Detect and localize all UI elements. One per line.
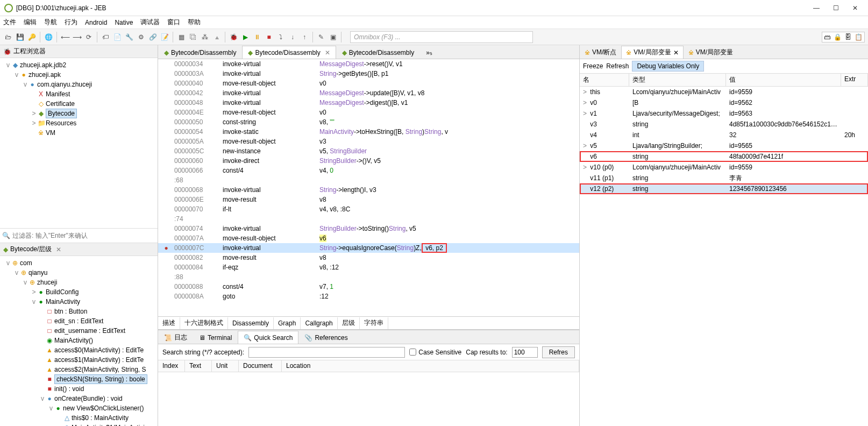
cap-input[interactable] bbox=[512, 347, 538, 358]
db-icon[interactable]: 🗃 bbox=[824, 33, 830, 41]
btab-callgraph[interactable]: Callgraph bbox=[301, 317, 337, 329]
code-line[interactable]: 0000007Amove-result-objectv6 bbox=[158, 233, 579, 243]
col-document[interactable]: Document bbox=[239, 360, 282, 372]
grid-icon[interactable]: ▦ bbox=[176, 32, 186, 42]
link-icon[interactable]: 🔗 bbox=[148, 32, 158, 42]
freeze-link[interactable]: Freeze bbox=[583, 62, 603, 70]
tab-disassembly-2[interactable]: ◆Bytecode/Disassembly✕ bbox=[242, 46, 336, 59]
code-line[interactable]: 00000034invoke-virtualMessageDigest->res… bbox=[158, 59, 579, 69]
box-icon[interactable]: ▣ bbox=[328, 32, 338, 42]
code-line[interactable]: 00000084if-eqzv8, :12 bbox=[158, 262, 579, 272]
tree-node[interactable]: ■init() : void bbox=[1, 384, 156, 394]
tree-node[interactable]: v●new View$OnClickListener() bbox=[1, 403, 156, 413]
tree-node[interactable]: v⊕qianyu bbox=[1, 268, 156, 278]
close-icon[interactable]: ✕ bbox=[325, 49, 330, 56]
tree-node[interactable]: XManifest bbox=[1, 89, 156, 99]
note-icon[interactable]: 📝 bbox=[160, 32, 169, 42]
minimize-button[interactable]: — bbox=[810, 3, 823, 13]
btab-graph[interactable]: Graph bbox=[274, 317, 301, 329]
stop-icon[interactable]: ■ bbox=[264, 32, 274, 42]
tree-node[interactable]: ◉MainActivity$1(MainActivi bbox=[1, 423, 156, 426]
nodes-icon[interactable]: ⁂ bbox=[200, 32, 210, 42]
code-line[interactable]: 0000003Ainvoke-virtualString->getBytes()… bbox=[158, 69, 579, 79]
var-row[interactable]: v12 (p2)string1234567890123456 bbox=[580, 183, 868, 194]
debug-vars-only-button[interactable]: Debug Variables Only bbox=[632, 61, 704, 72]
tree-node[interactable]: □btn : Button bbox=[1, 307, 156, 316]
menu-action[interactable]: 行为 bbox=[65, 18, 77, 27]
tree-node[interactable]: v◆zhuceji.apk.jdb2 bbox=[1, 60, 156, 70]
tab-locals-1[interactable]: ※VM/局部变量✕ bbox=[621, 46, 683, 59]
tree-icon[interactable]: ⟁ bbox=[212, 32, 222, 42]
code-line[interactable]: 0000005Cnew-instancev5, StringBuilder bbox=[158, 146, 579, 156]
refresh-icon[interactable]: ⟳ bbox=[84, 32, 94, 42]
step-over-icon[interactable]: ⤵ bbox=[276, 32, 286, 42]
menu-android[interactable]: Android bbox=[85, 19, 107, 26]
var-row[interactable]: v11 (p1)string李青 bbox=[580, 173, 868, 183]
code-line[interactable]: 00000050const-stringv8, "" bbox=[158, 117, 579, 127]
tab-terminal[interactable]: 🖥Terminal bbox=[193, 331, 238, 344]
close-icon[interactable]: ✕ bbox=[673, 49, 679, 56]
disassembly-view[interactable]: 00000034invoke-virtualMessageDigest->res… bbox=[158, 59, 579, 316]
code-line[interactable]: 0000006Emove-resultv8 bbox=[158, 195, 579, 204]
tree-node[interactable]: □edit_username : EditText bbox=[1, 326, 156, 336]
hierarchy-tree[interactable]: v⊕comv⊕qianyuv⊕zhuceji>●BuildConfigv●Mai… bbox=[0, 256, 158, 426]
col-location[interactable]: Location bbox=[282, 360, 579, 372]
tree-node[interactable]: ▲access$1(MainActivity) : EditTe bbox=[1, 355, 156, 365]
code-line[interactable]: 0000008Agoto:12 bbox=[158, 292, 579, 301]
code-line[interactable]: 0000007Cinvoke-virtualString->equalsIgno… bbox=[158, 243, 579, 253]
btab-hex[interactable]: 十六进制格式 bbox=[180, 317, 228, 329]
var-row[interactable]: > v1Ljava/security/MessageDigest;id=9563 bbox=[580, 108, 868, 119]
code-line[interactable]: 00000066const/4v4, 0 bbox=[158, 166, 579, 175]
close-button[interactable]: ✕ bbox=[849, 3, 862, 13]
tree-node[interactable]: >📁Resources bbox=[1, 118, 156, 128]
tab-disassembly-1[interactable]: ◆Bytecode/Disassembly bbox=[158, 46, 242, 59]
lock-icon[interactable]: 🔒 bbox=[834, 33, 842, 41]
tree-node[interactable]: △this$0 : MainActivity bbox=[1, 413, 156, 423]
col-value[interactable]: 值 bbox=[726, 74, 841, 86]
col-index[interactable]: Index bbox=[158, 360, 185, 372]
tree-node[interactable]: ◉MainActivity() bbox=[1, 336, 156, 345]
stack-icon[interactable]: 🗄 bbox=[845, 33, 851, 41]
btab-strings[interactable]: 字符串 bbox=[360, 317, 388, 329]
tree-node[interactable]: ▲access$0(MainActivity) : EditTe bbox=[1, 345, 156, 355]
menu-nav[interactable]: 导航 bbox=[44, 18, 57, 27]
tab-references[interactable]: 📎References bbox=[298, 331, 353, 344]
case-sensitive-checkbox[interactable]: Case Sensitive bbox=[409, 349, 461, 356]
toolbar-right-group[interactable]: 🗃 🔒 🗄 📋 bbox=[822, 32, 865, 42]
omnibox-input[interactable]: Omnibox (F3) ... bbox=[350, 31, 533, 43]
globe-icon[interactable]: 🌐 bbox=[44, 32, 53, 42]
tree-node[interactable]: v⊕zhuceji bbox=[1, 278, 156, 287]
bug-icon[interactable]: 🐞 bbox=[229, 32, 238, 42]
btab-desc[interactable]: 描述 bbox=[158, 317, 180, 329]
code-line[interactable]: 00000040move-result-objectv0 bbox=[158, 79, 579, 88]
maximize-button[interactable]: ☐ bbox=[829, 3, 842, 13]
code-line[interactable]: :88 bbox=[158, 272, 579, 282]
code-line[interactable]: 00000074invoke-virtualStringBuilder->toS… bbox=[158, 224, 579, 233]
var-row[interactable]: > thisLcom/qianyu/zhuceji/MainActivid=95… bbox=[580, 87, 868, 97]
tab-breakpoints[interactable]: ※VM/断点 bbox=[580, 46, 621, 59]
menu-window[interactable]: 窗口 bbox=[167, 18, 180, 27]
graph-icon[interactable]: ⿻ bbox=[188, 32, 198, 42]
tree-node[interactable]: >●BuildConfig bbox=[1, 287, 156, 297]
code-line[interactable]: 00000068invoke-virtualString->length()I,… bbox=[158, 185, 579, 195]
var-row[interactable]: v6string48fa0009d7e4121f bbox=[580, 151, 868, 162]
var-row[interactable]: v3string4d85f1a100030c9ddb76e546152c1dfe bbox=[580, 119, 868, 130]
search-input[interactable] bbox=[248, 347, 405, 358]
menu-edit[interactable]: 编辑 bbox=[24, 18, 37, 27]
col-unit[interactable]: Unit bbox=[212, 360, 239, 372]
tag-icon[interactable]: 🏷 bbox=[101, 32, 110, 42]
step-out-icon[interactable]: ↑ bbox=[300, 32, 309, 42]
col-type[interactable]: 类型 bbox=[629, 74, 726, 86]
code-line[interactable]: 00000042invoke-virtualMessageDigest->upd… bbox=[158, 88, 579, 98]
doc-icon[interactable]: 📄 bbox=[112, 32, 122, 42]
tree-node[interactable]: ◇Certificate bbox=[1, 99, 156, 109]
menu-file[interactable]: 文件 bbox=[3, 18, 16, 27]
btab-disasm[interactable]: Disassembly bbox=[228, 317, 274, 329]
key-icon[interactable]: 🔑 bbox=[27, 32, 37, 42]
save-icon[interactable]: 💾 bbox=[15, 32, 25, 42]
wrench-icon[interactable]: 🔧 bbox=[124, 32, 134, 42]
col-name[interactable]: 名 bbox=[580, 74, 629, 86]
tree-node[interactable]: v⊕com bbox=[1, 258, 156, 268]
filter-input[interactable] bbox=[12, 230, 155, 241]
refresh-button[interactable]: Refres bbox=[542, 346, 575, 358]
